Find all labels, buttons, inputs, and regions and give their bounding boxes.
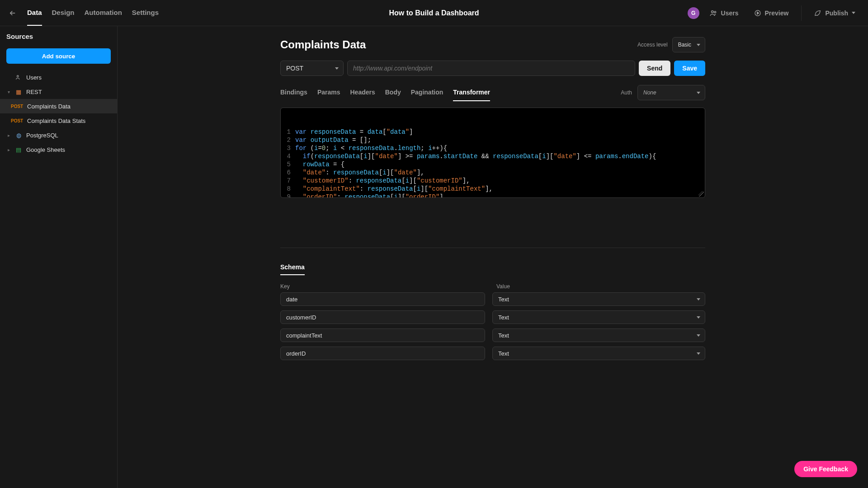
method-badge: POST	[11, 104, 24, 109]
chevron-down-icon	[697, 298, 700, 300]
subtab-pagination[interactable]: Pagination	[411, 84, 443, 101]
code-line: 9 "orderID": responseData[i]["orderID"],	[283, 193, 700, 198]
auth-value: None	[643, 89, 656, 96]
postgres-icon: ◍	[14, 131, 23, 139]
subtab-bindings[interactable]: Bindings	[280, 84, 307, 101]
chevron-down-icon	[697, 44, 700, 46]
users-icon	[14, 73, 23, 81]
schema-key-input[interactable]	[280, 292, 485, 306]
transformer-code-editor[interactable]: 1var responseData = data["data"]2var out…	[280, 108, 705, 198]
divider	[280, 248, 705, 248]
schema-row: Text	[280, 310, 705, 324]
chevron-down-icon	[697, 334, 700, 337]
request-row: POST Send Save	[280, 61, 705, 76]
subtab-headers[interactable]: Headers	[350, 84, 375, 101]
chevron-down-icon	[335, 67, 339, 70]
chevron-right-icon: ▸	[6, 147, 11, 152]
schema-key-input[interactable]	[280, 347, 485, 360]
sidebar-item-label: Complaints Data Stats	[27, 117, 85, 124]
publish-label: Publish	[825, 9, 848, 17]
page-title: How to Build a Dashboard	[389, 9, 479, 17]
tab-data[interactable]: Data	[27, 0, 42, 26]
chevron-down-icon	[697, 352, 700, 355]
schema-tab[interactable]: Schema	[280, 260, 305, 275]
schema-value: Text	[498, 332, 509, 339]
schema-row: Text	[280, 328, 705, 342]
save-button[interactable]: Save	[674, 61, 705, 76]
schema-value-select[interactable]: Text	[492, 310, 705, 324]
preview-label: Preview	[765, 9, 789, 17]
sidebar-item-label: Complaints Data	[27, 103, 71, 110]
schema-key-input[interactable]	[280, 328, 485, 342]
code-line: 8 "complaintText": responseData[i]["comp…	[283, 185, 700, 193]
access-label: Access level	[637, 42, 668, 48]
sidebar-item-complaints-data-stats[interactable]: POST Complaints Data Stats	[0, 113, 117, 128]
sidebar: Sources Add source Users ▾ ▦ REST POST C…	[0, 26, 118, 488]
svg-point-3	[17, 75, 19, 77]
schema-value-select[interactable]: Text	[492, 328, 705, 342]
url-input[interactable]	[347, 61, 635, 76]
schema-key-input[interactable]	[280, 310, 485, 324]
avatar[interactable]: G	[688, 7, 699, 19]
request-subtabs: Bindings Params Headers Body Pagination …	[280, 84, 490, 101]
sidebar-item-label: Users	[26, 74, 42, 81]
publish-button[interactable]: Publish	[809, 5, 861, 21]
chevron-down-icon	[852, 12, 855, 14]
subtab-transformer[interactable]: Transformer	[453, 84, 490, 101]
source-tree: Users ▾ ▦ REST POST Complaints Data POST…	[0, 70, 117, 157]
chevron-down-icon	[697, 316, 700, 319]
svg-point-1	[714, 11, 716, 13]
access-level-select[interactable]: Basic	[672, 37, 705, 52]
auth-row: Auth None	[621, 85, 705, 100]
sidebar-item-users[interactable]: Users	[0, 70, 117, 84]
code-line: 4 if(responseData[i]["date"] >= params.s…	[283, 152, 700, 160]
chevron-down-icon: ▾	[6, 89, 11, 94]
add-source-button[interactable]: Add source	[6, 48, 111, 64]
divider	[801, 5, 802, 21]
tab-automation[interactable]: Automation	[85, 0, 122, 26]
chevron-right-icon: ▸	[6, 133, 11, 138]
sheets-icon: ▤	[14, 145, 23, 154]
schema-value: Text	[498, 296, 509, 303]
subtab-body[interactable]: Body	[385, 84, 401, 101]
auth-label: Auth	[621, 89, 632, 96]
sidebar-item-complaints-data[interactable]: POST Complaints Data	[0, 99, 117, 113]
subtab-params[interactable]: Params	[317, 84, 340, 101]
sidebar-item-label: Google Sheets	[26, 146, 65, 153]
code-line: 3for (i=0; i < responseData.length; i++)…	[283, 144, 700, 152]
users-button[interactable]: Users	[704, 5, 744, 21]
tab-settings[interactable]: Settings	[132, 0, 159, 26]
sidebar-item-postgresql[interactable]: ▸ ◍ PostgreSQL	[0, 128, 117, 142]
method-badge: POST	[11, 118, 24, 123]
code-line: 5 rowData = {	[283, 160, 700, 169]
access-select-value: Basic	[678, 42, 691, 48]
code-line: 6 "date": responseData[i]["date"],	[283, 169, 700, 177]
rest-icon: ▦	[14, 88, 23, 96]
svg-point-0	[711, 10, 713, 13]
auth-select[interactable]: None	[637, 85, 705, 100]
schema-key-header: Key	[280, 283, 489, 290]
sidebar-item-label: REST	[26, 89, 42, 95]
panel-title: Complaints Data	[280, 38, 366, 51]
method-select[interactable]: POST	[280, 61, 344, 76]
method-value: POST	[286, 65, 303, 72]
schema-value-select[interactable]: Text	[492, 347, 705, 360]
sidebar-item-google-sheets[interactable]: ▸ ▤ Google Sheets	[0, 142, 117, 157]
preview-button[interactable]: Preview	[749, 5, 794, 21]
schema-value: Text	[498, 350, 509, 357]
schema-value: Text	[498, 314, 509, 321]
resize-handle[interactable]	[698, 191, 704, 197]
access-level: Access level Basic	[637, 37, 705, 52]
schema-row: Text	[280, 292, 705, 306]
schema-row: Text	[280, 347, 705, 360]
publish-icon	[814, 9, 821, 17]
give-feedback-button[interactable]: Give Feedback	[794, 461, 857, 477]
schema-value-select[interactable]: Text	[492, 292, 705, 306]
schema-value-header: Value	[496, 283, 705, 290]
sidebar-item-label: PostgreSQL	[26, 132, 58, 139]
send-button[interactable]: Send	[639, 61, 670, 76]
content-area: Complaints Data Access level Basic POST …	[118, 26, 868, 488]
tab-design[interactable]: Design	[52, 0, 75, 26]
sidebar-item-rest[interactable]: ▾ ▦ REST	[0, 84, 117, 99]
back-button[interactable]	[7, 8, 18, 19]
